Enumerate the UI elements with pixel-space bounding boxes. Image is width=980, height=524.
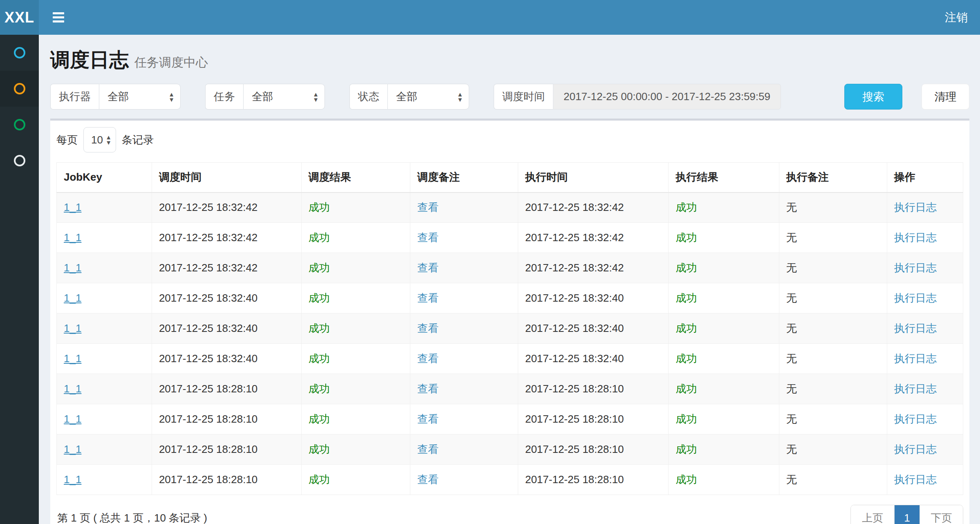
trigger-msg-link[interactable]: 查看 — [417, 322, 439, 334]
schedule-time-filter-group: 调度时间 2017-12-25 00:00:00 - 2017-12-25 23… — [494, 84, 781, 110]
handle-time-cell: 2017-12-25 18:32:40 — [518, 283, 668, 314]
exec-log-link[interactable]: 执行日志 — [894, 262, 937, 274]
executor-select-value: 全部 — [107, 90, 129, 104]
trigger-msg-link[interactable]: 查看 — [417, 473, 439, 486]
jobkey-link[interactable]: 1_1 — [64, 443, 81, 455]
executor-filter-label: 执行器 — [50, 84, 99, 110]
app-logo[interactable]: XXL — [0, 0, 39, 35]
trigger-time-cell: 2017-12-25 18:32:42 — [152, 253, 301, 283]
sidebar-menu — [0, 35, 39, 179]
log-table-row: 1_1 2017-12-25 18:32:42 成功 查看 2017-12-25… — [57, 223, 963, 253]
trigger-msg-link[interactable]: 查看 — [417, 443, 439, 455]
trigger-msg-link[interactable]: 查看 — [417, 352, 439, 365]
table-footer: 第 1 页 ( 总共 1 页，10 条记录 ) 上页 1 下页 — [56, 495, 963, 524]
trigger-msg-link[interactable]: 查看 — [417, 413, 439, 425]
jobkey-link[interactable]: 1_1 — [64, 292, 81, 304]
trigger-msg-link[interactable]: 查看 — [417, 292, 439, 304]
status-filter-label: 状态 — [349, 84, 387, 110]
jobkey-link[interactable]: 1_1 — [64, 352, 81, 365]
clear-button[interactable]: 清理 — [922, 84, 969, 110]
trigger-time-cell: 2017-12-25 18:32:40 — [152, 344, 301, 374]
exec-log-link[interactable]: 执行日志 — [894, 443, 937, 455]
col-handle-result: 执行结果 — [669, 163, 779, 193]
sidebar-item-2[interactable] — [0, 71, 39, 107]
log-table-row: 1_1 2017-12-25 18:28:10 成功 查看 2017-12-25… — [57, 404, 963, 434]
sidebar-toggle-button[interactable] — [49, 8, 68, 27]
exec-log-link[interactable]: 执行日志 — [894, 201, 937, 213]
trigger-result-cell: 成功 — [301, 253, 410, 283]
trigger-result-cell: 成功 — [301, 344, 410, 374]
exec-log-link[interactable]: 执行日志 — [894, 473, 937, 486]
schedule-time-label: 调度时间 — [494, 84, 553, 110]
handle-result-cell: 成功 — [669, 253, 779, 283]
page-title: 调度日志 任务调度中心 — [50, 47, 969, 73]
sidebar-item-3[interactable] — [0, 107, 39, 143]
jobkey-link[interactable]: 1_1 — [64, 473, 81, 486]
col-trigger-result: 调度结果 — [301, 163, 410, 193]
per-page-select[interactable]: 10 ▲▼ — [83, 127, 116, 152]
exec-log-link[interactable]: 执行日志 — [894, 292, 937, 304]
select-stepper-icon: ▲▼ — [313, 92, 319, 102]
handle-time-cell: 2017-12-25 18:28:10 — [518, 404, 668, 434]
log-table-row: 1_1 2017-12-25 18:28:10 成功 查看 2017-12-25… — [57, 465, 963, 495]
trigger-msg-link[interactable]: 查看 — [417, 201, 439, 213]
handle-msg-cell: 无 — [779, 314, 887, 344]
jobkey-link[interactable]: 1_1 — [64, 231, 81, 244]
trigger-msg-link[interactable]: 查看 — [417, 231, 439, 244]
handle-msg-cell: 无 — [779, 253, 887, 283]
jobkey-link[interactable]: 1_1 — [64, 322, 81, 334]
trigger-time-cell: 2017-12-25 18:28:10 — [152, 404, 301, 434]
circle-o-icon — [14, 83, 25, 94]
trigger-result-cell: 成功 — [301, 223, 410, 253]
schedule-time-range-input[interactable]: 2017-12-25 00:00:00 - 2017-12-25 23:59:5… — [553, 84, 781, 110]
handle-msg-cell: 无 — [779, 223, 887, 253]
logout-link[interactable]: 注销 — [945, 10, 968, 25]
handle-msg-cell: 无 — [779, 374, 887, 404]
handle-result-cell: 成功 — [669, 374, 779, 404]
sidebar-item-1[interactable] — [0, 35, 39, 71]
exec-log-link[interactable]: 执行日志 — [894, 352, 937, 365]
next-page-button[interactable]: 下页 — [920, 505, 963, 524]
sidebar-item-4[interactable] — [0, 143, 39, 179]
jobkey-link[interactable]: 1_1 — [64, 383, 81, 395]
status-select[interactable]: 全部 ▲▼ — [387, 84, 469, 110]
prev-page-button[interactable]: 上页 — [851, 505, 894, 524]
exec-log-link[interactable]: 执行日志 — [894, 231, 937, 244]
col-trigger-time: 调度时间 — [152, 163, 301, 193]
log-table-row: 1_1 2017-12-25 18:32:42 成功 查看 2017-12-25… — [57, 193, 963, 223]
handle-msg-cell: 无 — [779, 465, 887, 495]
select-stepper-icon: ▲▼ — [168, 92, 175, 102]
select-stepper-icon: ▲▼ — [105, 134, 112, 145]
trigger-msg-link[interactable]: 查看 — [417, 262, 439, 274]
current-page-button[interactable]: 1 — [894, 505, 920, 524]
executor-select[interactable]: 全部 ▲▼ — [99, 84, 181, 110]
handle-result-cell: 成功 — [669, 193, 779, 223]
data-panel: 每页 10 ▲▼ 条记录 JobKey 调度时间 调度结果 调度备注 执行时间 … — [50, 119, 969, 524]
handle-msg-cell: 无 — [779, 404, 887, 434]
exec-log-link[interactable]: 执行日志 — [894, 383, 937, 395]
jobkey-link[interactable]: 1_1 — [64, 413, 81, 425]
circle-o-icon — [14, 155, 25, 166]
per-page-value: 10 — [91, 134, 103, 146]
navbar-main: 注销 — [39, 0, 980, 35]
trigger-time-cell: 2017-12-25 18:32:42 — [152, 193, 301, 223]
jobkey-link[interactable]: 1_1 — [64, 201, 81, 213]
exec-log-link[interactable]: 执行日志 — [894, 413, 937, 425]
col-action: 操作 — [887, 163, 963, 193]
handle-msg-cell: 无 — [779, 434, 887, 465]
log-table-row: 1_1 2017-12-25 18:32:40 成功 查看 2017-12-25… — [57, 283, 963, 314]
handle-result-cell: 成功 — [669, 314, 779, 344]
exec-log-link[interactable]: 执行日志 — [894, 322, 937, 334]
job-select[interactable]: 全部 ▲▼ — [243, 84, 325, 110]
log-table-row: 1_1 2017-12-25 18:32:40 成功 查看 2017-12-25… — [57, 314, 963, 344]
trigger-result-cell: 成功 — [301, 193, 410, 223]
content-header: 调度日志 任务调度中心 — [50, 35, 969, 84]
jobkey-link[interactable]: 1_1 — [64, 262, 81, 274]
trigger-msg-link[interactable]: 查看 — [417, 383, 439, 395]
trigger-time-cell: 2017-12-25 18:32:40 — [152, 283, 301, 314]
logo-text: XXL — [4, 9, 34, 26]
circle-o-icon — [14, 119, 25, 130]
handle-time-cell: 2017-12-25 18:28:10 — [518, 434, 668, 465]
filter-toolbar: 执行器 全部 ▲▼ 任务 全部 ▲▼ 状态 全部 ▲▼ 调度时间 2017-12… — [50, 84, 969, 110]
search-button[interactable]: 搜索 — [844, 84, 902, 110]
